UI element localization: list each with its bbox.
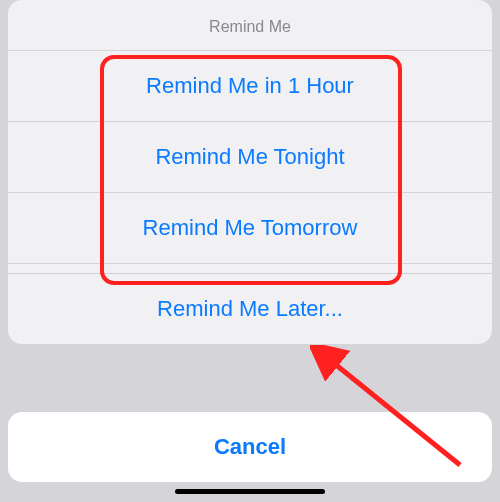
sheet-title: Remind Me (8, 0, 492, 50)
home-indicator (175, 489, 325, 494)
option-remind-tonight[interactable]: Remind Me Tonight (8, 121, 492, 192)
remind-me-action-sheet: Remind Me Remind Me in 1 Hour Remind Me … (8, 0, 492, 344)
separator (8, 263, 492, 273)
option-remind-tomorrow[interactable]: Remind Me Tomorrow (8, 192, 492, 263)
cancel-button[interactable]: Cancel (8, 412, 492, 482)
option-remind-1-hour[interactable]: Remind Me in 1 Hour (8, 50, 492, 121)
option-remind-later[interactable]: Remind Me Later... (8, 273, 492, 344)
